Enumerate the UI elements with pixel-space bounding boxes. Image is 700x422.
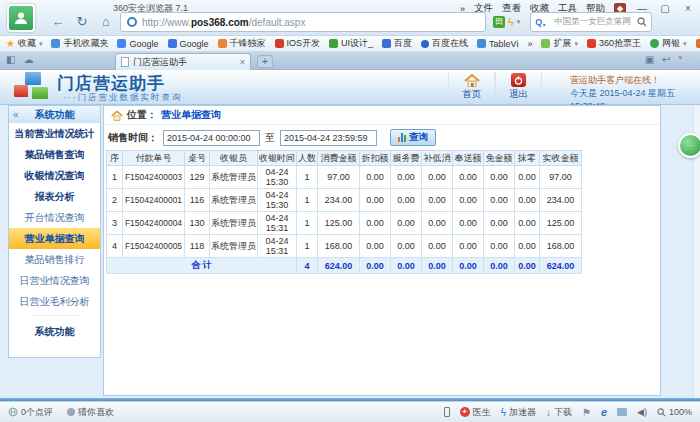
app-home-button[interactable]: 首页: [448, 72, 495, 102]
chevron-down-icon[interactable]: ▾: [678, 54, 682, 65]
site-reviews[interactable]: 0个点评: [8, 406, 53, 419]
cell-consume: 234.00: [318, 189, 360, 212]
cell-people: 1: [297, 235, 318, 258]
chevron-down-icon[interactable]: ▾: [517, 18, 521, 26]
tab-active[interactable]: 门店营运助手 ×: [115, 53, 251, 70]
cell-gift: 0.00: [453, 212, 484, 235]
col-rounding: 抹零: [515, 151, 540, 166]
sidebar-item-dish-sales-ranking[interactable]: 菜品销售排行: [9, 249, 100, 270]
query-button-label: 查询: [409, 131, 428, 144]
sidebar-toggle-icon[interactable]: ◧: [6, 54, 15, 65]
flag-button[interactable]: ⚑: [582, 407, 591, 418]
site-icon: [127, 17, 137, 27]
guess-you-like[interactable]: 猜你喜欢: [67, 406, 114, 419]
table-row[interactable]: 2 F15042400001 116 系统管理员 04-2415:30 1 23…: [107, 189, 582, 212]
sound-button[interactable]: ◀): [637, 407, 647, 417]
sidebar-item-current-business-stats[interactable]: 当前营业情况统计: [9, 123, 100, 144]
restore-button[interactable]: ▢: [658, 3, 672, 14]
brush-icon: [218, 39, 227, 48]
total-paid: 624.00: [540, 258, 582, 274]
col-cash-time: 收银时间: [258, 151, 297, 166]
cell-min-charge: 0.00: [422, 235, 453, 258]
bookmark-qianfeng[interactable]: 千锋独家: [218, 37, 266, 50]
address-bar[interactable]: http://www.pos368.com/default.aspx: [120, 12, 486, 32]
bookmark-google[interactable]: Google: [117, 39, 158, 49]
bookmarks-overflow-icon[interactable]: »: [527, 39, 532, 49]
app-exit-button[interactable]: 退出: [495, 72, 542, 102]
bookmark-favorites[interactable]: ★收藏▾: [6, 37, 42, 50]
bookmark-baidu-online[interactable]: 百度在线: [421, 37, 468, 50]
sidebar-item-business-bill-query[interactable]: 营业单据查询: [9, 228, 100, 249]
toolbar-right: 扩展▾ 360抢票王 网银▾ 翻译▾ 截图▾ 游戏▾ »: [541, 37, 700, 50]
toolbar-ebank[interactable]: 网银▾: [650, 37, 687, 50]
cell-service: 0.00: [391, 235, 422, 258]
bookmark-ui-design[interactable]: UI设计_: [329, 37, 373, 50]
back-button[interactable]: ←: [48, 12, 68, 32]
search-box[interactable]: Q。 中国第一女巨贪落网: [530, 12, 652, 32]
query-button[interactable]: 查询: [390, 129, 436, 146]
client-online-status: 营运助手客户端在线！: [570, 74, 694, 87]
sidebar-section-report-analysis[interactable]: 报表分析: [9, 186, 100, 207]
collapse-icon[interactable]: «: [13, 106, 19, 123]
sale-time-to-input[interactable]: [280, 130, 377, 146]
bookmark-baidu[interactable]: 百度: [382, 37, 412, 50]
new-tab-button[interactable]: +: [257, 55, 273, 68]
sidebar-header[interactable]: « 系统功能: [9, 106, 100, 123]
cell-seq: 1: [107, 166, 123, 189]
booster-button[interactable]: ϟ加速器: [501, 406, 536, 419]
sidebar-item-dish-sales-query[interactable]: 菜品销售查询: [9, 144, 100, 165]
restore-tab-icon[interactable]: ▣: [645, 54, 654, 65]
table-total-row: 合 计 4 624.00 0.00 0.00 0.00 0.00 0.00 0.…: [107, 258, 582, 274]
user-avatar[interactable]: [7, 4, 35, 32]
total-gift: 0.00: [453, 258, 484, 274]
table-icon: [477, 39, 486, 48]
status-bar: 0个点评 猜你喜欢 +医生 ϟ加速器 ↓下载 ⚑ e ◀) 100%: [0, 401, 700, 422]
toolbar-translate[interactable]: 翻译▾: [696, 37, 700, 50]
translate-icon: [696, 39, 700, 48]
url-text[interactable]: http://www.pos368.com/default.aspx: [142, 17, 305, 28]
google-icon: [168, 39, 177, 48]
cloud-sync-icon[interactable]: ☁: [23, 54, 33, 65]
total-discount: 0.00: [360, 258, 391, 274]
bookmark-mobile-favorites[interactable]: 手机收藏夹: [51, 37, 108, 50]
floating-service-button[interactable]: ··: [678, 133, 700, 158]
mobile-connect-button[interactable]: [444, 407, 450, 417]
search-icon[interactable]: [637, 17, 647, 27]
cell-round: 0.00: [515, 235, 540, 258]
media-button[interactable]: [617, 408, 627, 416]
table-row[interactable]: 1 F15042400003 129 系统管理员 04-2415:30 1 97…: [107, 166, 582, 189]
toolbar-extensions[interactable]: 扩展▾: [541, 37, 578, 50]
sidebar-item-daily-gross-profit[interactable]: 日营业毛利分析: [9, 291, 100, 312]
ticket-icon: [587, 39, 596, 48]
bookmark-google-2[interactable]: Google: [168, 39, 209, 49]
sidebar-section-system-functions[interactable]: 系统功能: [9, 321, 100, 342]
sidebar-header-label: 系统功能: [35, 109, 75, 120]
table-row[interactable]: 4 F15042400005 118 系统管理员 04-2415:31 1 16…: [107, 235, 582, 258]
sidebar-item-table-open-query[interactable]: 开台情况查询: [9, 207, 100, 228]
bookmark-tablevi[interactable]: TableVi: [477, 39, 518, 49]
doctor-button[interactable]: +医生: [460, 406, 491, 419]
star-icon: ★: [6, 39, 15, 48]
ie-mode-button[interactable]: e: [601, 406, 607, 418]
download-button[interactable]: ↓下载: [546, 406, 572, 419]
table-row[interactable]: 3 F15042400004 130 系统管理员 04-2415:31 1 12…: [107, 212, 582, 235]
close-button[interactable]: ×: [681, 3, 695, 14]
bookmark-ios-dev[interactable]: IOS开发: [275, 37, 321, 50]
search-engine-icon: Q。: [535, 16, 551, 29]
undo-close-icon[interactable]: ↩: [662, 54, 670, 65]
sidebar-item-cashier-status-query[interactable]: 收银情况查询: [9, 165, 100, 186]
extension-icon[interactable]: 田: [493, 16, 505, 28]
tab-close-icon[interactable]: ×: [240, 57, 245, 67]
cell-min-charge: 0.00: [422, 189, 453, 212]
home-button[interactable]: ⌂: [96, 12, 116, 32]
logo-cube-green: [32, 87, 48, 99]
home-button-label: 首页: [462, 88, 481, 101]
sidebar-item-daily-business-query[interactable]: 日营业情况查询: [9, 270, 100, 291]
zoom-control[interactable]: 100%: [657, 407, 692, 417]
toolbar-ticket-king[interactable]: 360抢票王: [587, 37, 641, 50]
refresh-button[interactable]: ↻: [72, 12, 92, 32]
search-input[interactable]: 中国第一女巨贪落网: [554, 16, 634, 28]
sale-time-from-input[interactable]: [163, 130, 260, 146]
lightning-icon[interactable]: ϟ: [508, 16, 514, 28]
address-plugins: 田 ϟ ▾: [493, 16, 520, 28]
